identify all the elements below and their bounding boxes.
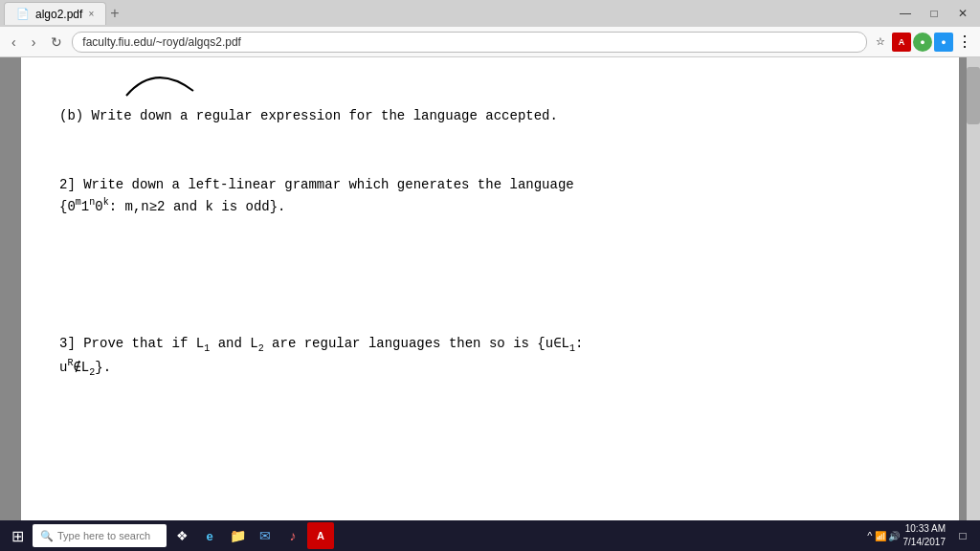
taskbar-media-icon[interactable]: ♪ [279, 522, 306, 549]
pdf-page: (b) Write down a regular expression for … [21, 57, 959, 551]
pdf-container: (b) Write down a regular expression for … [0, 57, 980, 551]
tab-icon: 📄 [16, 8, 30, 20]
section-2: 2] Write down a left-linear grammar whic… [59, 174, 921, 217]
taskbar-acrobat-icon[interactable]: A [307, 522, 334, 549]
taskbar-search-input[interactable] [57, 530, 153, 541]
system-tray: ^ 📶 🔊 10:33 AM 7/14/2017 □ [867, 522, 976, 549]
star-icon[interactable]: ☆ [871, 33, 890, 52]
taskbar-edge-icon[interactable]: e [196, 522, 223, 549]
taskbar-explorer-icon[interactable]: 📁 [224, 522, 251, 549]
section-3: 3] Prove that if L1 and L2 are regular l… [59, 333, 921, 381]
minimize-button[interactable]: — [892, 0, 919, 27]
taskbar-app-icons: ❖ e 📁 ✉ ♪ A [168, 522, 865, 549]
close-button[interactable]: ✕ [949, 0, 976, 27]
section-b-text: (b) Write down a regular expression for … [59, 108, 558, 123]
window-controls: — □ ✕ [892, 0, 976, 27]
menu-button[interactable]: ⋮ [955, 33, 974, 52]
back-button[interactable]: ‹ [6, 33, 22, 52]
network-icon[interactable]: 📶 [875, 531, 886, 541]
notification-icon[interactable]: □ [949, 522, 976, 549]
tab-label: algo2.pdf [35, 8, 82, 21]
clock-time: 10:33 AM [903, 522, 947, 536]
start-button[interactable]: ⊞ [4, 522, 31, 549]
chevron-icon[interactable]: ^ [867, 530, 872, 541]
clock-date: 7/14/2017 [903, 536, 947, 549]
acrobat-icon[interactable]: A [892, 33, 911, 52]
address-bar: ‹ › ↻ ☆ A ● ● ⋮ [0, 27, 980, 57]
taskbar-cortana-icon[interactable]: ❖ [168, 522, 195, 549]
scrollbar-thumb[interactable] [967, 67, 980, 124]
search-icon: 🔍 [40, 530, 54, 542]
taskbar-mail-icon[interactable]: ✉ [252, 522, 278, 549]
arc-svg [98, 57, 212, 100]
extension-icon2[interactable]: ● [934, 33, 953, 52]
section-2-line2: {0m1n0k: m,n≥2 and k is odd}. [59, 196, 921, 218]
new-tab-button[interactable]: + [106, 5, 122, 22]
section-3-line1: 3] Prove that if L1 and L2 are regular l… [59, 333, 921, 357]
refresh-button[interactable]: ↻ [45, 33, 68, 52]
arc-decoration [98, 57, 212, 105]
extension-icon1[interactable]: ● [913, 33, 932, 52]
tab-close-button[interactable]: × [88, 9, 94, 19]
section-3-line2: uR∉L2}. [59, 357, 921, 381]
section-b: (b) Write down a regular expression for … [59, 105, 921, 126]
taskbar: ⊞ 🔍 ❖ e 📁 ✉ ♪ A ^ 📶 🔊 10:33 AM 7/14/201 [0, 520, 980, 551]
browser-toolbar-icons: ☆ A ● ● ⋮ [871, 33, 974, 52]
scrollbar[interactable] [967, 57, 980, 520]
sys-icons: ^ 📶 🔊 [867, 530, 899, 541]
forward-button[interactable]: › [26, 33, 42, 52]
taskbar-search-box[interactable]: 🔍 [33, 524, 167, 547]
maximize-button[interactable]: □ [921, 0, 947, 27]
system-clock[interactable]: 10:33 AM 7/14/2017 [903, 522, 947, 549]
volume-icon[interactable]: 🔊 [888, 531, 900, 541]
active-tab[interactable]: 📄 algo2.pdf × [4, 2, 106, 25]
tab-bar: 📄 algo2.pdf × + — □ ✕ [0, 0, 980, 27]
section-2-line1: 2] Write down a left-linear grammar whic… [59, 174, 921, 195]
browser-window: 📄 algo2.pdf × + — □ ✕ ‹ › ↻ ☆ A ● ● ⋮ [0, 0, 980, 551]
url-input[interactable] [72, 32, 867, 53]
